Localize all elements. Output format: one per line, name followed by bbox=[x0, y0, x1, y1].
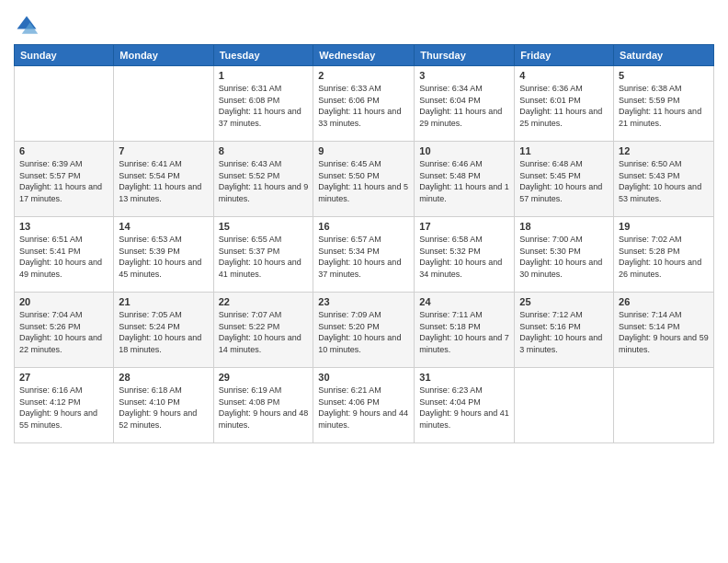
day-info: Sunrise: 6:19 AM Sunset: 4:08 PM Dayligh… bbox=[219, 385, 309, 431]
weekday-header-wednesday: Wednesday bbox=[313, 45, 415, 66]
day-number: 30 bbox=[318, 372, 409, 383]
day-number: 19 bbox=[619, 221, 709, 232]
day-cell: 9Sunrise: 6:45 AM Sunset: 5:50 PM Daylig… bbox=[313, 142, 415, 217]
day-cell: 30Sunrise: 6:21 AM Sunset: 4:06 PM Dayli… bbox=[313, 368, 415, 443]
day-cell bbox=[114, 66, 213, 142]
day-number: 1 bbox=[219, 70, 309, 81]
day-info: Sunrise: 6:16 AM Sunset: 4:12 PM Dayligh… bbox=[19, 385, 108, 431]
day-cell: 31Sunrise: 6:23 AM Sunset: 4:04 PM Dayli… bbox=[415, 368, 515, 443]
day-cell: 20Sunrise: 7:04 AM Sunset: 5:26 PM Dayli… bbox=[15, 293, 114, 368]
day-number: 18 bbox=[519, 221, 609, 232]
page: SundayMondayTuesdayWednesdayThursdayFrid… bbox=[0, 0, 728, 563]
day-number: 31 bbox=[419, 372, 509, 383]
day-cell: 18Sunrise: 7:00 AM Sunset: 5:30 PM Dayli… bbox=[515, 217, 614, 293]
day-info: Sunrise: 6:48 AM Sunset: 5:45 PM Dayligh… bbox=[519, 158, 609, 204]
day-number: 6 bbox=[19, 145, 108, 156]
day-info: Sunrise: 7:02 AM Sunset: 5:28 PM Dayligh… bbox=[619, 234, 709, 280]
day-cell: 25Sunrise: 7:12 AM Sunset: 5:16 PM Dayli… bbox=[515, 293, 614, 368]
day-number: 15 bbox=[219, 221, 309, 232]
day-number: 27 bbox=[19, 372, 108, 383]
day-info: Sunrise: 6:58 AM Sunset: 5:32 PM Dayligh… bbox=[419, 234, 509, 280]
day-cell: 4Sunrise: 6:36 AM Sunset: 6:01 PM Daylig… bbox=[515, 66, 614, 142]
day-info: Sunrise: 6:33 AM Sunset: 6:06 PM Dayligh… bbox=[318, 83, 409, 129]
day-cell: 14Sunrise: 6:53 AM Sunset: 5:39 PM Dayli… bbox=[114, 217, 213, 293]
weekday-header-saturday: Saturday bbox=[614, 45, 714, 66]
day-number: 17 bbox=[419, 221, 509, 232]
day-cell: 21Sunrise: 7:05 AM Sunset: 5:24 PM Dayli… bbox=[114, 293, 213, 368]
day-info: Sunrise: 7:12 AM Sunset: 5:16 PM Dayligh… bbox=[519, 309, 609, 355]
logo bbox=[14, 13, 43, 39]
day-number: 23 bbox=[318, 296, 409, 307]
day-number: 8 bbox=[219, 145, 309, 156]
day-cell bbox=[515, 368, 614, 443]
day-info: Sunrise: 7:05 AM Sunset: 5:24 PM Dayligh… bbox=[119, 309, 208, 355]
day-cell: 2Sunrise: 6:33 AM Sunset: 6:06 PM Daylig… bbox=[313, 66, 415, 142]
calendar-body: 1Sunrise: 6:31 AM Sunset: 6:08 PM Daylig… bbox=[15, 66, 714, 443]
day-number: 21 bbox=[119, 296, 208, 307]
day-info: Sunrise: 6:53 AM Sunset: 5:39 PM Dayligh… bbox=[119, 234, 208, 280]
day-info: Sunrise: 6:55 AM Sunset: 5:37 PM Dayligh… bbox=[219, 234, 309, 280]
day-number: 13 bbox=[19, 221, 108, 232]
day-cell: 24Sunrise: 7:11 AM Sunset: 5:18 PM Dayli… bbox=[415, 293, 515, 368]
day-cell: 16Sunrise: 6:57 AM Sunset: 5:34 PM Dayli… bbox=[313, 217, 415, 293]
day-cell: 11Sunrise: 6:48 AM Sunset: 5:45 PM Dayli… bbox=[515, 142, 614, 217]
weekday-header-monday: Monday bbox=[114, 45, 213, 66]
day-info: Sunrise: 6:50 AM Sunset: 5:43 PM Dayligh… bbox=[619, 158, 709, 204]
day-number: 14 bbox=[119, 221, 208, 232]
day-info: Sunrise: 7:07 AM Sunset: 5:22 PM Dayligh… bbox=[219, 309, 309, 355]
day-number: 9 bbox=[318, 145, 409, 156]
day-cell: 3Sunrise: 6:34 AM Sunset: 6:04 PM Daylig… bbox=[415, 66, 515, 142]
day-cell: 13Sunrise: 6:51 AM Sunset: 5:41 PM Dayli… bbox=[15, 217, 114, 293]
weekday-header-sunday: Sunday bbox=[15, 45, 114, 66]
day-number: 26 bbox=[619, 296, 709, 307]
day-info: Sunrise: 6:38 AM Sunset: 5:59 PM Dayligh… bbox=[619, 83, 709, 129]
day-number: 22 bbox=[219, 296, 309, 307]
day-info: Sunrise: 7:11 AM Sunset: 5:18 PM Dayligh… bbox=[419, 309, 509, 355]
day-cell: 19Sunrise: 7:02 AM Sunset: 5:28 PM Dayli… bbox=[614, 217, 714, 293]
day-cell: 6Sunrise: 6:39 AM Sunset: 5:57 PM Daylig… bbox=[15, 142, 114, 217]
day-number: 28 bbox=[119, 372, 208, 383]
week-row-1: 6Sunrise: 6:39 AM Sunset: 5:57 PM Daylig… bbox=[15, 142, 714, 217]
weekday-header-tuesday: Tuesday bbox=[213, 45, 313, 66]
day-number: 24 bbox=[419, 296, 509, 307]
day-number: 29 bbox=[219, 372, 309, 383]
day-number: 5 bbox=[619, 70, 709, 81]
logo-icon bbox=[14, 13, 40, 39]
day-cell: 23Sunrise: 7:09 AM Sunset: 5:20 PM Dayli… bbox=[313, 293, 415, 368]
calendar-header: SundayMondayTuesdayWednesdayThursdayFrid… bbox=[15, 45, 714, 66]
week-row-2: 13Sunrise: 6:51 AM Sunset: 5:41 PM Dayli… bbox=[15, 217, 714, 293]
day-cell bbox=[614, 368, 714, 443]
day-info: Sunrise: 6:36 AM Sunset: 6:01 PM Dayligh… bbox=[519, 83, 609, 129]
week-row-3: 20Sunrise: 7:04 AM Sunset: 5:26 PM Dayli… bbox=[15, 293, 714, 368]
day-number: 2 bbox=[318, 70, 409, 81]
day-info: Sunrise: 7:14 AM Sunset: 5:14 PM Dayligh… bbox=[619, 309, 709, 355]
day-cell: 29Sunrise: 6:19 AM Sunset: 4:08 PM Dayli… bbox=[213, 368, 313, 443]
day-cell: 15Sunrise: 6:55 AM Sunset: 5:37 PM Dayli… bbox=[213, 217, 313, 293]
day-number: 25 bbox=[519, 296, 609, 307]
day-info: Sunrise: 6:57 AM Sunset: 5:34 PM Dayligh… bbox=[318, 234, 409, 280]
weekday-header-thursday: Thursday bbox=[415, 45, 515, 66]
day-number: 20 bbox=[19, 296, 108, 307]
header bbox=[14, 9, 714, 39]
day-cell: 1Sunrise: 6:31 AM Sunset: 6:08 PM Daylig… bbox=[213, 66, 313, 142]
day-info: Sunrise: 6:46 AM Sunset: 5:48 PM Dayligh… bbox=[419, 158, 509, 204]
day-cell: 22Sunrise: 7:07 AM Sunset: 5:22 PM Dayli… bbox=[213, 293, 313, 368]
day-cell: 8Sunrise: 6:43 AM Sunset: 5:52 PM Daylig… bbox=[213, 142, 313, 217]
day-info: Sunrise: 7:04 AM Sunset: 5:26 PM Dayligh… bbox=[19, 309, 108, 355]
day-cell: 28Sunrise: 6:18 AM Sunset: 4:10 PM Dayli… bbox=[114, 368, 213, 443]
day-info: Sunrise: 6:41 AM Sunset: 5:54 PM Dayligh… bbox=[119, 158, 208, 204]
day-info: Sunrise: 6:51 AM Sunset: 5:41 PM Dayligh… bbox=[19, 234, 108, 280]
calendar: SundayMondayTuesdayWednesdayThursdayFrid… bbox=[14, 44, 714, 443]
day-number: 11 bbox=[519, 145, 609, 156]
day-cell: 17Sunrise: 6:58 AM Sunset: 5:32 PM Dayli… bbox=[415, 217, 515, 293]
day-info: Sunrise: 6:43 AM Sunset: 5:52 PM Dayligh… bbox=[219, 158, 309, 204]
day-info: Sunrise: 6:21 AM Sunset: 4:06 PM Dayligh… bbox=[318, 385, 409, 431]
day-info: Sunrise: 6:34 AM Sunset: 6:04 PM Dayligh… bbox=[419, 83, 509, 129]
day-cell bbox=[15, 66, 114, 142]
day-number: 12 bbox=[619, 145, 709, 156]
day-number: 3 bbox=[419, 70, 509, 81]
week-row-4: 27Sunrise: 6:16 AM Sunset: 4:12 PM Dayli… bbox=[15, 368, 714, 443]
day-cell: 26Sunrise: 7:14 AM Sunset: 5:14 PM Dayli… bbox=[614, 293, 714, 368]
day-cell: 7Sunrise: 6:41 AM Sunset: 5:54 PM Daylig… bbox=[114, 142, 213, 217]
day-info: Sunrise: 6:39 AM Sunset: 5:57 PM Dayligh… bbox=[19, 158, 108, 204]
